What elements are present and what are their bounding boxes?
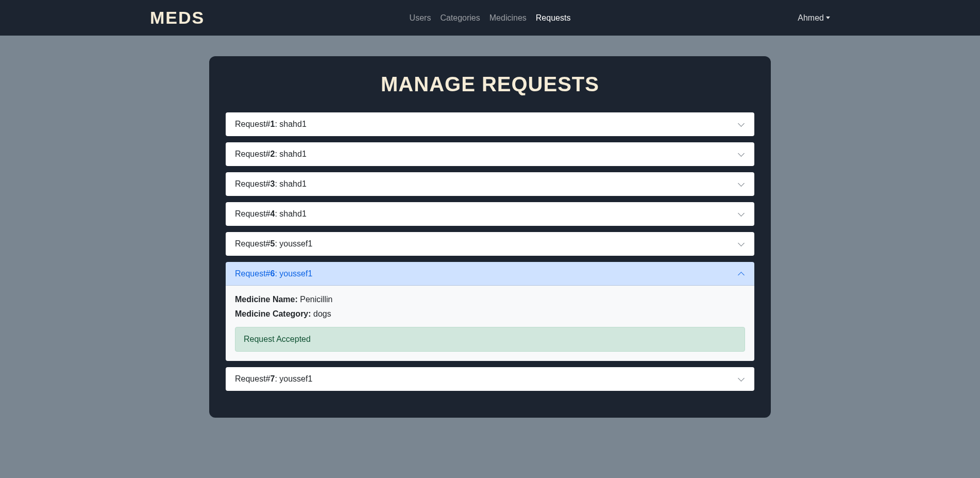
- medicine-category-line: Medicine Category: dogs: [235, 309, 745, 319]
- request-label: Request#1: shahd1: [235, 120, 307, 129]
- separator: :: [275, 239, 279, 248]
- accordion-header[interactable]: Request#3: shahd1: [226, 172, 754, 196]
- accordion-item: Request#3: shahd1: [226, 172, 754, 196]
- nav-link-users[interactable]: Users: [410, 13, 431, 23]
- chevron-down-icon: [738, 121, 745, 128]
- nav-link-requests[interactable]: Requests: [536, 13, 571, 23]
- request-label: Request#2: shahd1: [235, 150, 307, 159]
- medicine-category-label: Medicine Category:: [235, 309, 311, 318]
- request-user: youssef1: [279, 239, 312, 248]
- separator: :: [275, 269, 279, 278]
- accordion-header[interactable]: Request#1: shahd1: [226, 112, 754, 136]
- medicine-name-line: Medicine Name: Penicillin: [235, 295, 745, 304]
- requests-accordion: Request#1: shahd1Request#2: shahd1Reques…: [226, 112, 754, 391]
- caret-down-icon: [826, 17, 830, 19]
- separator: :: [275, 209, 279, 218]
- medicine-category-value: dogs: [311, 309, 331, 318]
- request-label: Request#5: youssef1: [235, 239, 312, 249]
- user-menu-name: Ahmed: [798, 13, 824, 23]
- accordion-item: Request#7: youssef1: [226, 367, 754, 391]
- brand-logo[interactable]: MEDS: [150, 8, 205, 28]
- request-user: youssef1: [279, 374, 312, 383]
- request-user: shahd1: [279, 179, 307, 188]
- request-prefix: Request#: [235, 179, 271, 188]
- main-card: MANAGE REQUESTS Request#1: shahd1Request…: [209, 56, 771, 418]
- chevron-down-icon: [738, 180, 745, 188]
- status-alert: Request Accepted: [235, 327, 745, 352]
- separator: :: [275, 120, 279, 128]
- chevron-down-icon: [738, 375, 745, 383]
- request-prefix: Request#: [235, 374, 271, 383]
- chevron-down-icon: [738, 240, 745, 248]
- user-menu-dropdown[interactable]: Ahmed: [798, 13, 830, 23]
- request-prefix: Request#: [235, 150, 271, 158]
- separator: :: [275, 179, 279, 188]
- separator: :: [275, 374, 279, 383]
- request-user: shahd1: [279, 120, 307, 128]
- request-prefix: Request#: [235, 269, 271, 278]
- accordion-header[interactable]: Request#5: youssef1: [226, 232, 754, 256]
- accordion-item: Request#2: shahd1: [226, 142, 754, 166]
- accordion-header[interactable]: Request#6: youssef1: [226, 262, 754, 286]
- request-label: Request#3: shahd1: [235, 179, 307, 189]
- nav-link-categories[interactable]: Categories: [440, 13, 480, 23]
- request-user: youssef1: [279, 269, 312, 278]
- accordion-item: Request#1: shahd1: [226, 112, 754, 136]
- page-title: MANAGE REQUESTS: [226, 73, 754, 96]
- request-prefix: Request#: [235, 239, 271, 248]
- accordion-header[interactable]: Request#7: youssef1: [226, 367, 754, 391]
- request-label: Request#7: youssef1: [235, 374, 312, 384]
- navbar: MEDS Users Categories Medicines Requests…: [0, 0, 980, 36]
- accordion-item: Request#6: youssef1Medicine Name: Penici…: [226, 262, 754, 361]
- request-user: shahd1: [279, 209, 307, 218]
- request-label: Request#6: youssef1: [235, 269, 312, 278]
- separator: :: [275, 150, 279, 158]
- medicine-name-label: Medicine Name:: [235, 295, 298, 304]
- request-prefix: Request#: [235, 120, 271, 128]
- accordion-item: Request#4: shahd1: [226, 202, 754, 226]
- chevron-down-icon: [738, 151, 745, 158]
- request-label: Request#4: shahd1: [235, 209, 307, 219]
- accordion-header[interactable]: Request#2: shahd1: [226, 142, 754, 166]
- accordion-item: Request#5: youssef1: [226, 232, 754, 256]
- medicine-name-value: Penicillin: [298, 295, 333, 304]
- chevron-up-icon: [738, 270, 745, 277]
- navbar-inner: MEDS Users Categories Medicines Requests…: [150, 8, 830, 28]
- request-prefix: Request#: [235, 209, 271, 218]
- chevron-down-icon: [738, 210, 745, 218]
- request-user: shahd1: [279, 150, 307, 158]
- accordion-body: Medicine Name: PenicillinMedicine Catego…: [226, 286, 754, 361]
- nav-link-medicines[interactable]: Medicines: [489, 13, 527, 23]
- nav-links: Users Categories Medicines Requests: [410, 13, 571, 23]
- accordion-header[interactable]: Request#4: shahd1: [226, 202, 754, 226]
